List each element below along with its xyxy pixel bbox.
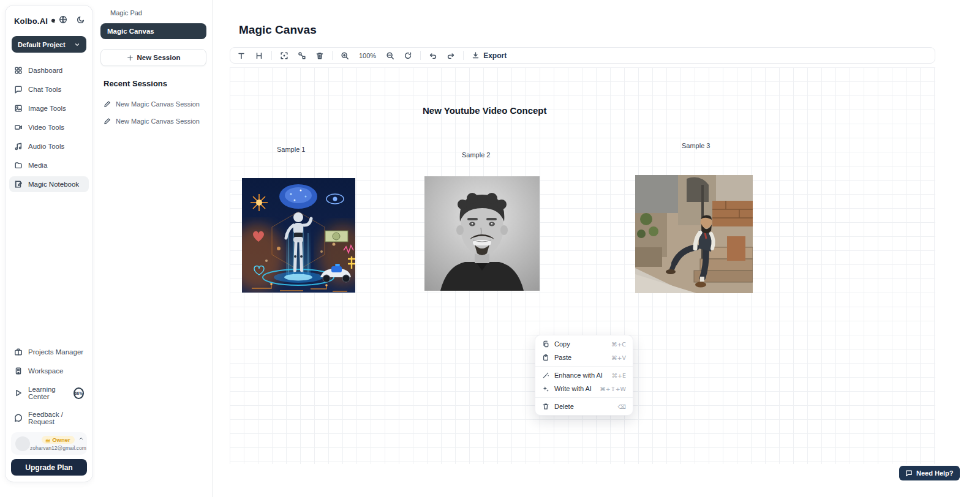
context-menu-delete[interactable]: Delete ⌫ — [535, 400, 633, 413]
export-label: Export — [483, 51, 507, 60]
sidebar-item-media[interactable]: Media — [9, 157, 89, 173]
sidebar-item-chat-tools[interactable]: Chat Tools — [9, 81, 89, 97]
session-item-label: New Magic Canvas Session — [116, 100, 200, 108]
copy-icon — [542, 340, 549, 348]
owner-role-label: Owner — [52, 436, 70, 443]
sidebar-item-image-tools[interactable]: Image Tools — [9, 100, 89, 116]
panel-item-magic-canvas[interactable]: Magic Canvas — [100, 23, 206, 39]
pencil-icon — [104, 118, 111, 125]
redo-icon — [447, 51, 455, 60]
sidebar-item-label: Projects Manager — [28, 348, 83, 356]
video-camera-icon — [14, 123, 23, 132]
toolbar-divider — [420, 51, 421, 60]
sidebar-item-label: Magic Notebook — [28, 181, 79, 188]
chat-bubble-icon — [14, 85, 23, 94]
image-icon — [14, 104, 23, 113]
new-session-button[interactable]: New Session — [100, 49, 206, 66]
sidebar-item-label: Media — [28, 162, 47, 169]
user-email: zoharvan12@gmail.com — [30, 445, 86, 451]
menu-item-shortcut: ⌘+E — [612, 372, 626, 379]
toolbar-divider — [332, 51, 333, 60]
canvas-heading-text[interactable]: New Youtube Video Concept — [423, 105, 547, 116]
undo-button[interactable] — [428, 50, 439, 61]
heading-tool-icon — [255, 51, 263, 60]
sidebar-item-video-tools[interactable]: Video Tools — [9, 119, 89, 135]
crown-icon — [45, 437, 51, 443]
sidebar-item-feedback-request[interactable]: Feedback / Request — [9, 407, 89, 429]
connector-tool-button[interactable] — [296, 50, 307, 61]
briefcase-icon — [14, 348, 23, 356]
sidebar-item-label: Dashboard — [28, 67, 62, 74]
context-menu-copy[interactable]: Copy ⌘+C — [535, 337, 633, 351]
sidebar-footer-nav: Projects Manager Workspace Learning Cent… — [9, 344, 89, 429]
context-menu-paste[interactable]: Paste ⌘+V — [535, 351, 633, 364]
zoom-level-indicator[interactable]: 100% — [357, 52, 378, 59]
language-globe-icon[interactable] — [59, 15, 67, 26]
play-icon — [14, 389, 23, 397]
upgrade-plan-button[interactable]: Upgrade Plan — [11, 459, 87, 476]
sample-3-label[interactable]: Sample 3 — [682, 142, 710, 149]
menu-item-label: Enhance with AI — [554, 372, 603, 379]
session-list-item[interactable]: New Magic Canvas Session — [95, 95, 212, 113]
help-chat-icon — [905, 469, 913, 477]
chevron-down-icon — [74, 42, 80, 48]
context-menu-enhance-with-ai[interactable]: Enhance with AI ⌘+E — [535, 368, 633, 382]
menu-item-shortcut: ⌘+⇧+W — [600, 386, 626, 392]
panel-item-magic-pad[interactable]: Magic Pad — [95, 0, 212, 17]
sample-1-label[interactable]: Sample 1 — [277, 146, 305, 153]
sidebar-item-dashboard[interactable]: Dashboard — [9, 62, 89, 78]
sidebar-item-label: Learning Center — [28, 386, 66, 400]
sidebar-item-projects-manager[interactable]: Projects Manager — [9, 344, 89, 360]
export-button[interactable]: Export — [470, 51, 508, 60]
zoom-out-icon — [386, 51, 394, 60]
menu-divider — [535, 366, 633, 367]
sidebar-item-audio-tools[interactable]: Audio Tools — [9, 138, 89, 154]
sample-1-image-ai-robot[interactable] — [242, 178, 355, 293]
sample-2-label[interactable]: Sample 2 — [462, 151, 490, 159]
project-selector[interactable]: Default Project — [12, 36, 86, 53]
sparkles-icon — [542, 385, 549, 392]
app-root: Kolbo.AI Default Project Dashboard — [0, 0, 980, 497]
notebook-pen-icon — [14, 180, 23, 189]
sample-2-image-portrait[interactable] — [424, 176, 540, 291]
project-selector-label: Default Project — [18, 41, 66, 48]
delete-tool-button[interactable] — [314, 50, 325, 61]
toolbar-divider — [463, 51, 464, 60]
session-item-label: New Magic Canvas Session — [116, 118, 200, 125]
paste-icon — [542, 354, 549, 361]
sample-3-image-ruins[interactable] — [635, 175, 753, 293]
magic-canvas-grid[interactable]: New Youtube Video Concept Sample 1 Sampl… — [230, 67, 935, 464]
menu-divider — [535, 397, 633, 398]
connector-nodes-icon — [298, 51, 306, 60]
menu-item-shortcut: ⌘+V — [611, 354, 626, 361]
user-menu-caret-icon[interactable] — [78, 436, 84, 441]
text-tool-icon — [237, 51, 246, 60]
menu-item-label: Delete — [554, 403, 574, 410]
sidebar-item-workspace[interactable]: Workspace — [9, 363, 89, 379]
plus-icon — [127, 54, 134, 61]
context-menu-write-with-ai[interactable]: Write with AI ⌘+⇧+W — [535, 382, 633, 395]
ai-select-tool-button[interactable] — [279, 50, 290, 61]
user-account-card[interactable]: Owner zoharvan12@gmail.com — [11, 432, 87, 455]
sidebar-item-magic-notebook[interactable]: Magic Notebook — [9, 176, 89, 192]
media-folder-icon — [14, 161, 23, 170]
menu-item-label: Copy — [554, 340, 570, 348]
text-tool-button[interactable] — [236, 50, 247, 61]
avatar — [15, 436, 30, 451]
zoom-out-button[interactable] — [385, 50, 396, 61]
session-list-item[interactable]: New Magic Canvas Session — [95, 113, 212, 130]
dark-mode-moon-icon[interactable] — [77, 15, 85, 26]
reset-view-button[interactable] — [402, 50, 413, 61]
menu-item-shortcut: ⌘+C — [611, 341, 626, 348]
sidebar-item-learning-center[interactable]: Learning Center 66% — [9, 382, 89, 404]
zoom-in-button[interactable] — [339, 50, 350, 61]
sidebar-item-label: Audio Tools — [28, 143, 64, 150]
ai-select-icon — [280, 51, 288, 60]
heading-tool-button[interactable] — [254, 50, 265, 61]
trash-icon — [542, 403, 549, 410]
building-icon — [14, 367, 23, 375]
redo-button[interactable] — [445, 50, 456, 61]
owner-role-badge: Owner — [42, 436, 75, 444]
need-help-button[interactable]: Need Help? — [899, 466, 960, 480]
dashboard-grid-icon — [14, 66, 23, 75]
